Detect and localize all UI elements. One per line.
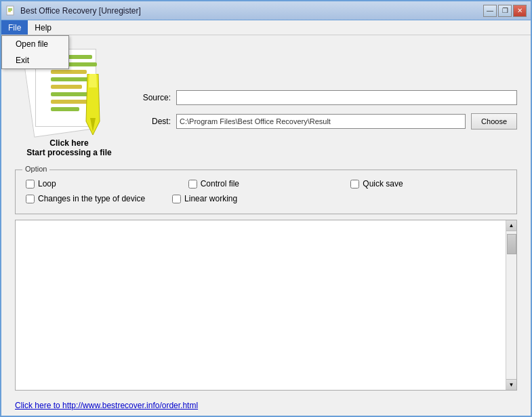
dest-input[interactable] (176, 114, 466, 129)
main-content: Click here Start processing a file Sourc… (1, 35, 531, 397)
scrollbar[interactable]: ▲ ▼ (506, 220, 516, 390)
file-dropdown: Open file Exit (1, 35, 69, 69)
menu-item-help[interactable]: Help (28, 20, 58, 35)
footer: Click here to http://www.bestrecover.inf… (1, 397, 531, 416)
dest-label: Dest: (137, 117, 171, 126)
scroll-thumb[interactable] (507, 234, 516, 254)
minimize-button[interactable]: — (483, 5, 497, 17)
app-icon (5, 5, 16, 16)
source-input[interactable] (176, 90, 517, 105)
menu-bar: File Help Open file Exit (1, 20, 531, 35)
title-bar: Best Office Recovery [Unregister] — ❐ ✕ (1, 1, 531, 20)
menu-item-file[interactable]: File (1, 20, 28, 35)
dest-row: Dest: Choose (137, 113, 517, 130)
menu-exit[interactable]: Exit (2, 52, 68, 68)
order-link[interactable]: Click here to http://www.bestrecover.inf… (15, 401, 198, 410)
pen-icon (79, 74, 106, 135)
option-changes-device: Changes in the type of device (26, 194, 145, 203)
checkbox-loop[interactable] (26, 180, 35, 188)
checkbox-linear-working[interactable] (172, 195, 181, 203)
main-window: Best Office Recovery [Unregister] — ❐ ✕ … (0, 0, 532, 417)
restore-button[interactable]: ❐ (498, 5, 512, 17)
option-control-file: Control file (188, 179, 344, 188)
title-bar-left: Best Office Recovery [Unregister] (5, 5, 141, 16)
label-quick-save: Quick save (363, 179, 403, 188)
option-loop: Loop (26, 179, 182, 188)
window-title: Best Office Recovery [Unregister] (20, 6, 141, 16)
label-loop: Loop (38, 179, 56, 188)
click-instruction[interactable]: Click here Start processing a file (26, 138, 111, 157)
scroll-down-button[interactable]: ▼ (506, 379, 516, 390)
source-label: Source: (137, 93, 171, 102)
options-grid-row2: Changes in the type of device Linear wor… (26, 194, 506, 203)
option-linear-working: Linear working (172, 194, 237, 203)
source-row: Source: (137, 90, 517, 105)
scroll-up-button[interactable]: ▲ (506, 220, 516, 231)
title-buttons: — ❐ ✕ (483, 5, 527, 17)
checkbox-changes-device[interactable] (26, 195, 35, 203)
options-group: Option Loop Control file Quick save (15, 170, 517, 214)
label-control-file: Control file (201, 179, 239, 188)
choose-button[interactable]: Choose (471, 113, 517, 130)
option-quick-save: Quick save (350, 179, 506, 188)
svg-marker-5 (89, 74, 97, 87)
log-area[interactable]: ▲ ▼ (15, 220, 517, 391)
options-legend: Option (22, 165, 49, 173)
form-section: Source: Dest: Choose (137, 77, 517, 130)
top-section: Click here Start processing a file Sourc… (12, 42, 520, 164)
options-grid-row1: Loop Control file Quick save (26, 179, 506, 188)
checkbox-control-file[interactable] (188, 180, 197, 188)
label-changes-device: Changes in the type of device (38, 194, 145, 203)
label-linear-working: Linear working (184, 194, 237, 203)
menu-open-file[interactable]: Open file (2, 36, 68, 52)
close-button[interactable]: ✕ (513, 5, 527, 17)
checkbox-quick-save[interactable] (350, 180, 359, 188)
